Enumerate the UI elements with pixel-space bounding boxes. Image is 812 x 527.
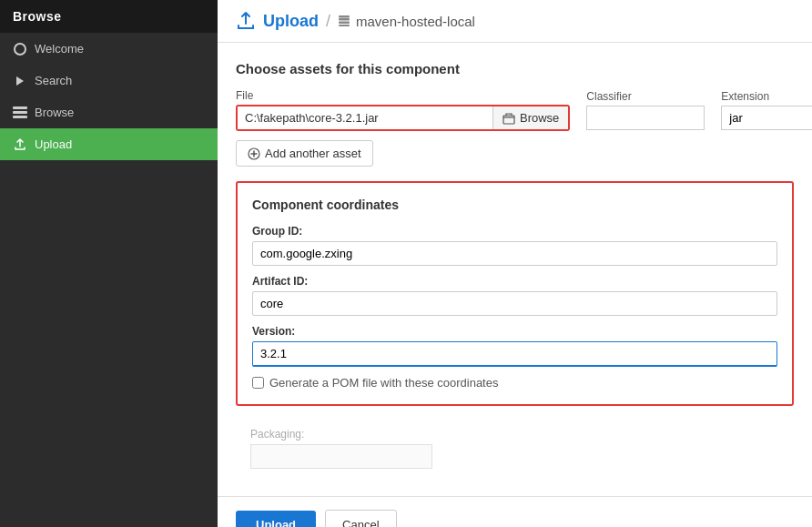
packaging-section: Packaging:	[236, 419, 794, 478]
packaging-input[interactable]	[250, 444, 432, 469]
upload-button[interactable]: Upload	[236, 511, 316, 527]
sidebar-item-search-label: Search	[35, 74, 72, 87]
file-label: File	[236, 89, 570, 102]
version-input[interactable]	[252, 341, 777, 367]
classifier-group: Classifier	[586, 90, 705, 130]
browse-button[interactable]: Browse	[492, 106, 568, 129]
artifact-id-field: Artifact ID:	[252, 275, 777, 316]
artifact-id-label: Artifact ID:	[252, 275, 777, 288]
breadcrumb-separator: /	[326, 12, 330, 31]
sidebar: Browse Welcome Search Browse Upload	[0, 0, 218, 527]
layers-icon	[13, 106, 27, 118]
add-asset-label: Add another asset	[265, 147, 361, 160]
pom-checkbox[interactable]	[252, 377, 264, 389]
group-id-label: Group ID:	[252, 225, 777, 238]
main-content: Upload / maven-hosted-local Choose asset…	[218, 0, 812, 527]
extension-input[interactable]	[721, 106, 812, 130]
pom-checkbox-row: Generate a POM file with these coordinat…	[252, 376, 777, 390]
circle-icon	[13, 43, 27, 56]
extension-group: Extension	[721, 90, 812, 130]
page-header: Upload / maven-hosted-local	[218, 0, 812, 43]
pom-label: Generate a POM file with these coordinat…	[269, 376, 498, 390]
svg-rect-1	[339, 22, 350, 25]
footer-buttons: Upload Cancel	[218, 496, 812, 527]
upload-icon	[13, 138, 27, 151]
version-label: Version:	[252, 325, 777, 338]
sidebar-item-welcome[interactable]: Welcome	[0, 33, 218, 65]
svg-rect-4	[503, 116, 514, 124]
browse-label: Browse	[520, 111, 559, 125]
search-icon	[13, 76, 27, 86]
packaging-label: Packaging:	[250, 428, 779, 441]
svg-rect-2	[339, 15, 350, 18]
file-group: File Browse	[236, 89, 570, 131]
file-input-wrapper: Browse	[236, 105, 570, 131]
classifier-label: Classifier	[586, 90, 705, 103]
classifier-input[interactable]	[586, 106, 705, 130]
file-row: File Browse Classifier	[236, 89, 794, 131]
group-id-input[interactable]	[252, 241, 777, 266]
sidebar-item-browse-label: Browse	[35, 106, 74, 119]
coordinates-title: Component coordinates	[252, 198, 777, 212]
choose-assets-title: Choose assets for this component	[236, 61, 794, 76]
sidebar-item-search[interactable]: Search	[0, 65, 218, 96]
svg-rect-0	[339, 18, 350, 21]
main-body: Choose assets for this component File Br…	[218, 43, 812, 496]
sidebar-item-browse[interactable]: Browse	[0, 96, 218, 128]
page-title: Upload	[263, 12, 319, 31]
repo-name: maven-hosted-local	[338, 14, 475, 29]
upload-header-icon	[236, 11, 256, 31]
group-id-field: Group ID:	[252, 225, 777, 266]
file-path-input[interactable]	[238, 106, 492, 129]
sidebar-header: Browse	[0, 0, 218, 33]
sidebar-item-welcome-label: Welcome	[35, 42, 84, 56]
coordinates-section: Component coordinates Group ID: Artifact…	[236, 181, 794, 406]
sidebar-item-upload[interactable]: Upload	[0, 128, 218, 160]
version-field: Version:	[252, 325, 777, 367]
artifact-id-input[interactable]	[252, 291, 777, 316]
extension-label: Extension	[721, 90, 812, 103]
svg-rect-3	[339, 25, 350, 26]
sidebar-item-upload-label: Upload	[35, 137, 72, 151]
add-asset-button[interactable]: Add another asset	[236, 140, 373, 167]
cancel-button[interactable]: Cancel	[325, 510, 396, 527]
